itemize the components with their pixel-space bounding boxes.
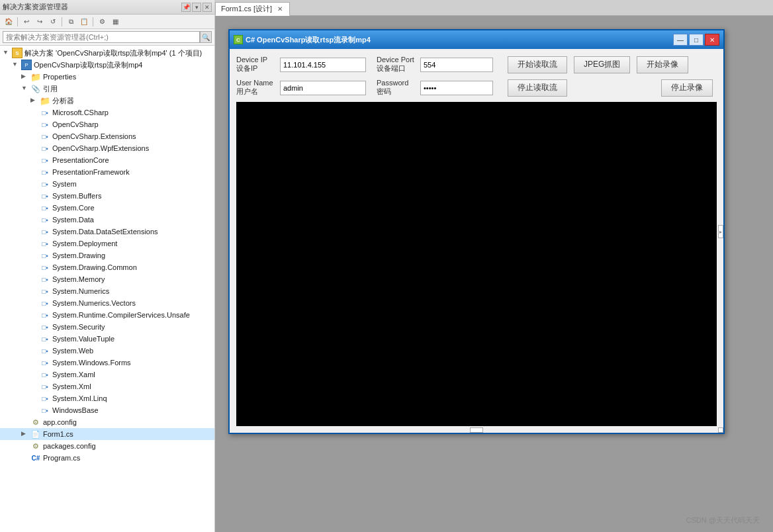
- toolbar-settings-btn[interactable]: ⚙: [96, 16, 108, 28]
- ref-icon-wb: □▪: [40, 405, 50, 416]
- properties-label: Properties: [43, 73, 76, 81]
- tree-item-system-xml-linq[interactable]: □▪ System.Xml.Linq: [0, 392, 214, 404]
- label-sys-web: System.Web: [52, 347, 93, 355]
- tree-item-system-xaml[interactable]: □▪ System.Xaml: [0, 369, 214, 380]
- se-tree: ▼ S 解决方案 'OpenCvSharp读取rtsp流录制mp4' (1 个项…: [0, 46, 214, 532]
- se-toolbar: 🏠 ↩ ↪ ↺ ⧉ 📋 ⚙ ▦: [0, 15, 214, 29]
- winform-title-left: C C# OpenCvSharp读取rtsp流录制mp4: [234, 35, 371, 45]
- tree-item-project[interactable]: ▼ P OpenCvSharp读取rtsp流录制mp4: [0, 59, 214, 71]
- ref-icon-sys-xaml: □▪: [40, 369, 50, 380]
- tree-item-system-winforms[interactable]: □▪ System.Windows.Forms: [0, 357, 214, 369]
- tree-item-system-data[interactable]: □▪ System.Data: [0, 214, 214, 226]
- se-search-btn[interactable]: 🔍: [200, 31, 212, 43]
- toolbar-expand-btn[interactable]: ▦: [109, 16, 121, 28]
- tree-item-system-drawing[interactable]: □▪ System.Drawing: [0, 249, 214, 261]
- ref-icon-sys-data-ds: □▪: [40, 226, 50, 237]
- device-port-input[interactable]: [420, 58, 493, 72]
- tree-item-system-core[interactable]: □▪ System.Core: [0, 202, 214, 214]
- winform-body: Device IP 设备IP Device Port 设备端口 开始读取流 JP…: [230, 49, 723, 433]
- tree-item-analyzer[interactable]: ▶ 📁 分析器: [0, 95, 214, 107]
- stop-record-btn[interactable]: 停止录像: [661, 79, 713, 97]
- label-ms-csharp: Microsoft.CSharp: [52, 109, 109, 116]
- winform-maximize-btn[interactable]: □: [689, 34, 704, 46]
- se-search-input[interactable]: [3, 31, 200, 43]
- tree-item-pres-core[interactable]: □▪ PresentationCore: [0, 154, 214, 166]
- resize-bottom-handle[interactable]: [470, 427, 483, 433]
- se-close-btn[interactable]: ✕: [203, 3, 212, 12]
- tree-item-opencv[interactable]: □▪ OpenCvSharp: [0, 118, 214, 130]
- label-sys-xml-linq: System.Xml.Linq: [52, 394, 107, 402]
- toolbar-paste-btn[interactable]: 📋: [78, 16, 90, 28]
- ref-icon-sys-sec: □▪: [40, 322, 50, 332]
- label-sys-deploy: System.Deployment: [52, 240, 117, 247]
- tree-item-pres-fw[interactable]: □▪ PresentationFramework: [0, 166, 214, 178]
- tree-item-references[interactable]: ▼ 📎 引用: [0, 83, 214, 95]
- references-label: 引用: [43, 84, 58, 94]
- winform-minimize-btn[interactable]: —: [673, 34, 688, 46]
- toolbar-back-btn[interactable]: ↩: [21, 16, 32, 28]
- design-area: C C# OpenCvSharp读取rtsp流录制mp4 — □ ✕ Devic…: [215, 16, 773, 532]
- username-label-cn: 用户名: [236, 87, 276, 97]
- tree-item-system-security[interactable]: □▪ System.Security: [0, 321, 214, 333]
- resize-corner-handle[interactable]: [718, 427, 723, 433]
- username-input[interactable]: [280, 81, 366, 95]
- ref-icon-sys-data: □▪: [40, 214, 50, 225]
- tree-item-form1[interactable]: ▶ 📄 Form1.cs: [0, 428, 214, 440]
- tree-item-system-memory[interactable]: □▪ System.Memory: [0, 273, 214, 285]
- toolbar-copy-btn[interactable]: ⧉: [65, 16, 77, 28]
- toolbar-sep3: [93, 17, 93, 26]
- form-row-1: Device IP 设备IP Device Port 设备端口 开始读取流 JP…: [236, 56, 717, 73]
- tree-item-system-data-ds[interactable]: □▪ System.Data.DataSetExtensions: [0, 226, 214, 238]
- app-config-icon: ⚙: [30, 417, 41, 427]
- jpeg-capture-btn[interactable]: JPEG抓图: [574, 56, 630, 73]
- tree-item-system-buffers[interactable]: □▪ System.Buffers: [0, 190, 214, 202]
- tree-item-system-xml[interactable]: □▪ System.Xml: [0, 380, 214, 392]
- tree-item-system-drawing-common[interactable]: □▪ System.Drawing.Common: [0, 261, 214, 273]
- references-icon: 📎: [30, 83, 41, 94]
- tree-item-opencv-wpf[interactable]: □▪ OpenCvSharp.WpfExtensions: [0, 142, 214, 154]
- tree-item-program-cs[interactable]: C# Program.cs: [0, 452, 214, 464]
- tree-item-packages-config[interactable]: ⚙ packages.config: [0, 440, 214, 452]
- tree-item-system-numerics-vec[interactable]: □▪ System.Numerics.Vectors: [0, 297, 214, 309]
- arrow-ms-csharp: [30, 109, 38, 116]
- tree-item-app-config[interactable]: ⚙ app.config: [0, 416, 214, 428]
- tree-item-properties[interactable]: ▶ 📁 Properties: [0, 71, 214, 83]
- toolbar-sep1: [17, 17, 18, 26]
- label-sys-mem: System.Memory: [52, 275, 105, 283]
- toolbar-refresh-btn[interactable]: ↺: [47, 16, 59, 28]
- form1-icon: 📄: [30, 429, 41, 439]
- ref-icon-sys-draw: □▪: [40, 250, 50, 261]
- label-opencv-wpf: OpenCvSharp.WpfExtensions: [52, 144, 149, 152]
- toolbar-forward-btn[interactable]: ↪: [34, 16, 46, 28]
- tab-form1-design[interactable]: Form1.cs [设计] ✕: [215, 2, 290, 16]
- start-read-btn[interactable]: 开始读取流: [508, 56, 567, 73]
- video-area: [236, 102, 717, 426]
- winform-close-btn[interactable]: ✕: [705, 34, 719, 46]
- label-sys-runtime: System.Runtime.CompilerServices.Unsafe: [52, 311, 190, 319]
- device-ip-input[interactable]: [280, 58, 366, 72]
- form-row-2: User Name 用户名 Password 密码 停止读取流 停止录像: [236, 79, 717, 97]
- password-input[interactable]: [420, 81, 493, 95]
- toolbar-home-btn[interactable]: 🏠: [3, 16, 15, 28]
- label-packages-config: packages.config: [43, 442, 96, 450]
- tree-item-system[interactable]: □▪ System: [0, 178, 214, 190]
- tree-item-opencv-ext[interactable]: □▪ OpenCvSharp.Extensions: [0, 130, 214, 142]
- tree-arrow-analyzer: ▶: [30, 97, 38, 105]
- properties-icon: 📁: [30, 71, 41, 82]
- se-arrow-btn[interactable]: ▾: [192, 3, 201, 12]
- resize-right-handle[interactable]: ▸: [718, 225, 723, 238]
- tree-item-system-runtime[interactable]: □▪ System.Runtime.CompilerServices.Unsaf…: [0, 309, 214, 321]
- tree-item-windows-base[interactable]: □▪ WindowsBase: [0, 404, 214, 416]
- tab-close-btn[interactable]: ✕: [276, 5, 284, 13]
- tree-item-system-deploy[interactable]: □▪ System.Deployment: [0, 238, 214, 249]
- se-search-bar: 🔍: [0, 29, 214, 46]
- tree-item-microsoft-csharp[interactable]: □▪ Microsoft.CSharp: [0, 107, 214, 118]
- tree-item-system-numerics[interactable]: □▪ System.Numerics: [0, 285, 214, 297]
- start-record-btn[interactable]: 开始录像: [637, 56, 688, 73]
- stop-read-btn[interactable]: 停止读取流: [508, 79, 567, 97]
- label-sys-draw-common: System.Drawing.Common: [52, 263, 137, 271]
- tree-item-system-web[interactable]: □▪ System.Web: [0, 345, 214, 357]
- tree-item-system-valuetuple[interactable]: □▪ System.ValueTuple: [0, 333, 214, 345]
- se-pin-btn[interactable]: 📌: [181, 3, 191, 12]
- tree-item-solution[interactable]: ▼ S 解决方案 'OpenCvSharp读取rtsp流录制mp4' (1 个项…: [0, 47, 214, 59]
